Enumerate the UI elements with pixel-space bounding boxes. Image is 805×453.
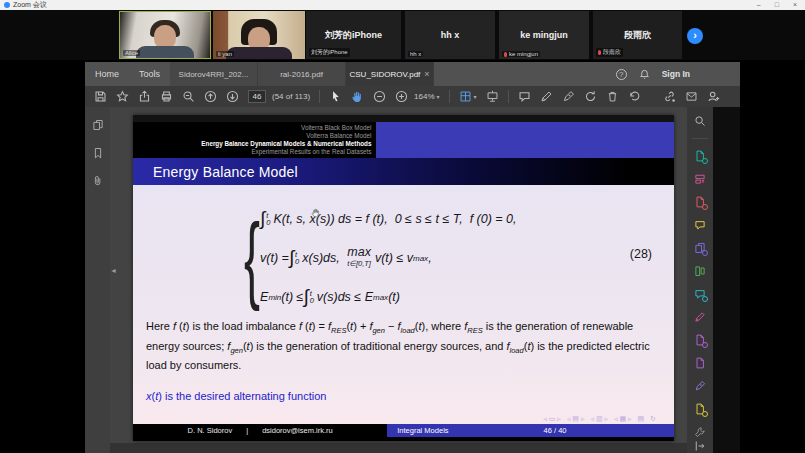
share-link-icon[interactable] [663, 90, 676, 103]
zoom-out-icon[interactable] [373, 90, 386, 103]
doc-tab-ral2016[interactable]: ral-2016.pdf [258, 62, 346, 86]
help-icon[interactable]: ? [616, 69, 627, 80]
zoom-in-icon[interactable] [395, 90, 408, 103]
right-tools-rail [687, 107, 713, 453]
footer-separator: | [246, 426, 248, 435]
participant-name-label: ke mingjun [502, 51, 540, 57]
hand-tool-icon[interactable] [351, 90, 364, 103]
body-paragraph: Here f (t) is the load imbalance f (t) =… [146, 319, 661, 374]
search-icon[interactable] [694, 115, 706, 127]
zoom-level-dropdown[interactable]: 164% [414, 92, 434, 101]
add-person-icon[interactable] [707, 90, 720, 103]
menu-home[interactable]: Home [85, 62, 129, 86]
participant-display-name: 刘芳的iPhone [306, 29, 401, 42]
collapse-rail-icon[interactable] [687, 438, 713, 453]
export-pages-icon[interactable] [694, 242, 706, 254]
video-tile-duanyuxin[interactable]: 段雨欣 段雨欣 [593, 11, 682, 59]
window-right-gutter [713, 107, 740, 453]
outline-line: Experimental Results on the Real Dataset… [133, 148, 371, 156]
beamer-navigation-icons[interactable]: ◃▭▹ ◃▤▹ ◃▥▹ ◃▦▹ ▤ ↻ [543, 415, 658, 423]
combine-files-icon[interactable] [694, 265, 706, 277]
create-pdf-icon[interactable] [694, 196, 706, 208]
page-number-input[interactable]: 46 [248, 90, 266, 103]
attachments-paperclip-icon[interactable] [92, 175, 104, 187]
footer-author: D. N. Sidorov [188, 426, 233, 435]
slide-header-blue-block [376, 122, 674, 158]
minimize-button[interactable]: – [757, 0, 761, 10]
sign-in-button[interactable]: Sign In [662, 69, 690, 79]
comment-icon[interactable] [518, 90, 531, 103]
close-button[interactable]: × [793, 0, 797, 10]
fill-sign-icon[interactable] [694, 334, 706, 346]
doc-tab-csu-sidorov[interactable]: CSU_SIDOROV.pdf × [346, 62, 434, 86]
email-icon[interactable] [685, 90, 698, 103]
maximize-button[interactable]: □ [775, 0, 779, 10]
edit-text-icon[interactable] [694, 357, 706, 369]
slide-bottom-band [133, 437, 674, 441]
chevron-down-icon: ▾ [437, 93, 440, 100]
next-page-icon[interactable] [226, 90, 239, 103]
participant-name-label: hh x [408, 51, 423, 57]
share-upload-icon[interactable] [138, 90, 151, 103]
delete-trash-icon[interactable] [606, 90, 619, 103]
comments-panel-icon[interactable] [694, 219, 706, 231]
video-tile-liyan[interactable]: li yan [213, 11, 305, 59]
outline-line-current: Energy Balance Dynamical Models & Numeri… [133, 140, 371, 148]
pdf-page-slide: Volterra Black Box Model Volterra Balanc… [133, 115, 674, 441]
page-thumbnails-icon[interactable] [92, 119, 104, 131]
bookmarks-icon[interactable] [92, 147, 104, 159]
file-convert-icon[interactable] [694, 150, 706, 162]
footer-series-title: Integral Models [397, 426, 448, 435]
slide-title: Energy Balance Model [133, 158, 674, 185]
more-tools-icon[interactable] [694, 426, 706, 438]
participant-display-name: ke mingjun [499, 30, 589, 40]
outline-line: Volterra Balance Model [133, 132, 371, 140]
tab-close-icon[interactable]: × [424, 69, 429, 79]
document-view-area[interactable]: ◄ Volterra Black Box Model Volterra Bala… [110, 107, 687, 443]
participant-name-label: li yan [216, 51, 234, 57]
search-zoom-icon[interactable] [182, 90, 195, 103]
equation-number: (28) [630, 247, 652, 261]
favorite-star-icon[interactable] [116, 90, 129, 103]
video-tile-liufang-iphone[interactable]: 刘芳的iPhone 刘芳的iPhone [306, 11, 401, 59]
menu-tools[interactable]: Tools [129, 62, 170, 86]
undo-icon[interactable] [628, 90, 641, 103]
notifications-bell-icon[interactable] [639, 69, 650, 80]
video-tile-kemingjun[interactable]: ke mingjun ke mingjun [499, 11, 589, 59]
participant-name-label: Alice [123, 50, 140, 56]
video-tile-hhx[interactable]: hh x hh x [405, 11, 495, 59]
protect-icon[interactable] [694, 403, 706, 415]
select-tool-icon[interactable] [329, 90, 342, 103]
muted-mic-icon [598, 50, 601, 55]
outline-line: Volterra Black Box Model [133, 124, 371, 132]
print-icon[interactable] [160, 90, 173, 103]
signature-icon[interactable] [562, 90, 575, 103]
measure-icon[interactable] [694, 380, 706, 392]
muted-mic-icon [504, 52, 507, 57]
curly-brace: { [244, 208, 260, 308]
equation-system: { ∫t0K(t, s, x(s)) ds = f (t), 0 ≤ s ≤ t… [236, 201, 517, 315]
pencil-annotate-icon[interactable] [540, 90, 553, 103]
window-title: Zoom 会议 [13, 0, 47, 10]
doc-tab-sidorov4rri[interactable]: Sidorov4RRI_202... [170, 62, 258, 86]
next-videos-button[interactable]: › [687, 28, 703, 44]
organize-pages-icon[interactable] [694, 173, 706, 185]
ai-chat-icon[interactable] [694, 288, 706, 300]
pdf-tabbar: Home Tools Sidorov4RRI_202... ral-2016.p… [85, 62, 740, 86]
participant-display-name: 段雨欣 [593, 29, 682, 42]
participant-display-name: hh x [405, 30, 495, 40]
previous-page-icon[interactable] [204, 90, 217, 103]
presentation-mode-icon[interactable] [486, 90, 499, 103]
save-icon[interactable] [94, 90, 107, 103]
footer-email: dsidorov@isem.irk.ru [262, 426, 333, 435]
slide-footer: D. N. Sidorov | dsidorov@isem.irk.ru Int… [133, 424, 674, 437]
video-tile-alice[interactable]: Alice [119, 11, 211, 59]
highlight-edit-icon[interactable] [694, 311, 706, 323]
rotate-icon[interactable] [584, 90, 597, 103]
chevron-down-icon: ▾ [474, 93, 477, 100]
highlighted-statement: x(t) is the desired alternating function [146, 390, 326, 402]
pdf-toolbar: 46 (54 of 113) 164% ▾ ▾ [85, 86, 740, 107]
collapse-left-panel-arrow[interactable]: ◄ [110, 267, 117, 274]
page-view-mode-icon[interactable] [459, 90, 472, 103]
video-strip: Alice li yan 刘芳的iPhone 刘芳的iPhone hh x hh… [0, 10, 805, 60]
